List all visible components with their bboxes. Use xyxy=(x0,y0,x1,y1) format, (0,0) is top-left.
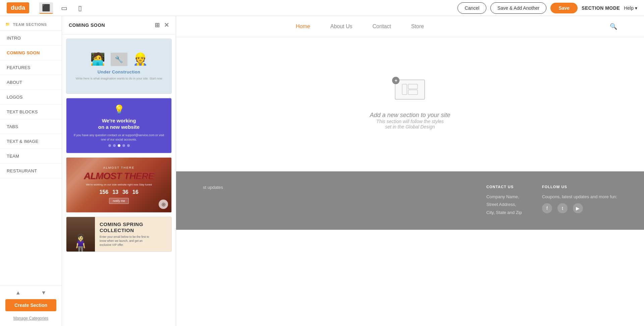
sidebar-item-features[interactable]: FEATURES xyxy=(0,60,62,75)
desktop-icon[interactable]: ⬛ xyxy=(39,2,53,14)
add-section-icon-wrapper: + xyxy=(395,79,425,100)
dot-2 xyxy=(113,144,116,147)
footer-contact-col: CONTACT US Company Name, Street Address,… xyxy=(486,185,522,216)
panel-cards-list: 🧑‍💻 🔧 👷 Under Construction Write here is… xyxy=(62,35,176,256)
add-section-placeholder: + Add a new section to your site This se… xyxy=(370,79,450,129)
create-section-button[interactable]: Create Section xyxy=(5,299,56,311)
nav-contact[interactable]: Contact xyxy=(373,23,391,30)
top-bar-actions: Cancel Save & Add Another Save SECTION M… xyxy=(458,2,637,14)
coming-soon-panel: COMING SOON ⊞ ✕ 🧑‍💻 🔧 👷 Under Constructi… xyxy=(62,16,176,326)
arrow-up-icon[interactable]: ▲ xyxy=(15,290,21,296)
sidebar-nav-arrows: ▲ ▼ xyxy=(5,290,56,296)
grid-view-icon[interactable]: ⊞ xyxy=(155,21,160,29)
sidebar-item-logos[interactable]: LOGOS xyxy=(0,90,62,105)
sidebar-item-tabs[interactable]: TABS xyxy=(0,119,62,134)
panel-title: COMING SOON xyxy=(69,22,105,28)
sidebar-bottom: ▲ ▼ Create Section Manage Categories xyxy=(0,285,62,326)
footer-social-icons: f t ▶ xyxy=(542,203,617,213)
website-preview: Home About Us Contact Store 🔍 + xyxy=(176,16,644,326)
svg-rect-2 xyxy=(408,90,418,95)
site-header: Home About Us Contact Store 🔍 xyxy=(176,16,644,37)
footer-contact-title: CONTACT US xyxy=(486,185,522,189)
num-16: 16 xyxy=(132,189,139,195)
card-spring-content: COMING SPRINGCOLLECTION Enter your email… xyxy=(95,217,158,252)
footer-contact-street: Street Address, xyxy=(486,201,522,208)
site-nav: Home About Us Contact Store xyxy=(296,23,424,30)
svg-rect-0 xyxy=(402,84,407,95)
model-figure-icon: 🧍‍♀️ xyxy=(69,235,92,252)
search-icon[interactable]: 🔍 xyxy=(610,23,617,30)
card-working-subtitle: If you have any question contact us at s… xyxy=(66,133,171,142)
sidebar-item-text-image[interactable]: TEXT & IMAGE xyxy=(0,134,62,149)
card-under-construction-subtitle: Write here is what imagination wants to … xyxy=(70,76,168,81)
card-working-title: We're workingon a new website xyxy=(98,117,140,130)
illustration: 🧑‍💻 🔧 👷 xyxy=(90,52,148,66)
cancel-button[interactable]: Cancel xyxy=(458,2,486,14)
dot-1 xyxy=(108,144,111,147)
num-13: 13 xyxy=(112,189,118,195)
youtube-icon[interactable]: ▶ xyxy=(573,203,583,213)
sidebar-item-text-blocks[interactable]: TEXT BLOCKS xyxy=(0,105,62,119)
nav-about[interactable]: About Us xyxy=(330,23,353,30)
card-almost-title: ALMOST THERE xyxy=(84,171,154,181)
panel-header-icons: ⊞ ✕ xyxy=(155,21,169,29)
site-footer: st updates CONTACT US Company Name, Stre… xyxy=(176,171,644,230)
footer-follow-title: FOLLOW US xyxy=(542,185,617,189)
nav-home[interactable]: Home xyxy=(296,23,310,30)
top-bar-left: duda ⬛ ▭ ▯ xyxy=(7,2,85,14)
footer-contact-company: Company Name, xyxy=(486,193,522,201)
card-under-construction[interactable]: 🧑‍💻 🔧 👷 Under Construction Write here is… xyxy=(66,39,172,94)
nav-store[interactable]: Store xyxy=(411,23,424,30)
footer-contact-city: City, State and Zip xyxy=(486,209,522,216)
card-coming-spring[interactable]: 🧍‍♀️ COMING SPRINGCOLLECTION Enter your … xyxy=(66,217,172,252)
section-mode-label: SECTION MODE xyxy=(582,5,620,11)
add-section-title: Add a new section to your site xyxy=(370,112,450,119)
mobile-icon[interactable]: ▯ xyxy=(75,3,85,13)
card-almost-there[interactable]: ALMOST THERE ALMOST THERE We're working … xyxy=(66,157,172,213)
person-left-icon: 🧑‍💻 xyxy=(90,52,105,66)
num-156: 156 xyxy=(99,189,108,195)
dot-3 xyxy=(118,144,120,147)
section-placeholder-box xyxy=(395,79,425,100)
add-section-sub-2: set in the Global Design xyxy=(370,124,450,129)
save-button[interactable]: Save xyxy=(550,3,578,13)
card-working-website[interactable]: 💡 We're workingon a new website If you h… xyxy=(66,98,172,153)
notify-btn[interactable]: notify me xyxy=(109,198,129,204)
card-countdown: 156 13 36 16 xyxy=(99,189,138,195)
svg-rect-1 xyxy=(408,84,418,89)
card-spring-description: Enter your email below to be the first t… xyxy=(100,235,153,247)
device-switcher: ⬛ ▭ ▯ xyxy=(39,2,85,14)
top-bar: duda ⬛ ▭ ▯ Cancel Save & Add Another Sav… xyxy=(0,0,644,16)
panel-header: COMING SOON ⊞ ✕ xyxy=(62,16,176,35)
tablet-icon[interactable]: ▭ xyxy=(58,3,70,13)
arrow-down-icon[interactable]: ▼ xyxy=(41,290,46,296)
main-content-area: Home About Us Contact Store 🔍 + xyxy=(176,16,644,326)
help-button[interactable]: Help ▾ xyxy=(624,5,637,11)
footer-follow-col: FOLLOW US Coupons, latest updates and mo… xyxy=(542,185,617,216)
facebook-icon[interactable]: f xyxy=(542,203,552,213)
person-right-icon: 👷 xyxy=(133,52,148,66)
sidebar-item-restaurant[interactable]: RESTAURANT xyxy=(0,164,62,178)
construction-board-icon: 🔧 xyxy=(111,53,127,66)
folder-icon: 📁 xyxy=(5,22,10,26)
twitter-icon[interactable]: t xyxy=(557,203,568,213)
model-photo-area: 🧍‍♀️ xyxy=(66,217,95,252)
bulb-emoji: 💡 xyxy=(114,104,124,115)
add-section-sub-1: This section will follow the styles xyxy=(370,119,450,124)
sidebar-item-team[interactable]: TEAM xyxy=(0,149,62,164)
footer-updates-text: st updates xyxy=(203,185,466,190)
sidebar-item-about[interactable]: ABOUT xyxy=(0,75,62,90)
plus-circle-icon[interactable]: + xyxy=(392,77,399,84)
sidebar-team-sections-header: 📁 TEAM SECTIONS xyxy=(0,16,62,31)
layout-icon xyxy=(401,84,418,95)
sidebar-item-intro[interactable]: INTRO xyxy=(0,31,62,46)
manage-categories-link[interactable]: Manage Categories xyxy=(5,315,56,322)
dot-5 xyxy=(127,144,130,147)
chevron-down-icon: ▾ xyxy=(635,5,637,11)
sidebar-item-coming-soon[interactable]: COMING SOON xyxy=(0,46,62,60)
card-dots xyxy=(108,144,130,147)
footer-follow-text: Coupons, latest updates and more fun: xyxy=(542,193,617,201)
close-icon[interactable]: ✕ xyxy=(164,21,169,29)
duda-logo[interactable]: duda xyxy=(7,2,29,13)
save-add-another-button[interactable]: Save & Add Another xyxy=(490,2,546,14)
